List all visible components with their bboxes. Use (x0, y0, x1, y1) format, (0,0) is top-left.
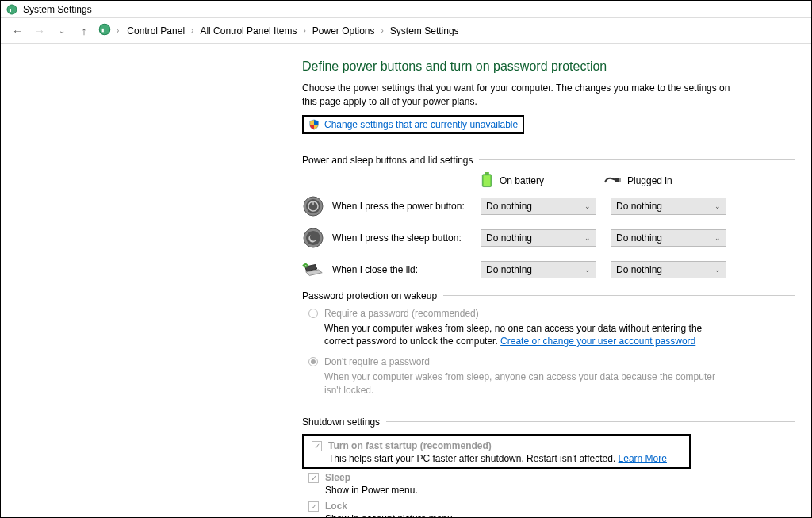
lid-plugged-dropdown[interactable]: Do nothing⌄ (611, 261, 726, 278)
chevron-down-icon: ⌄ (714, 266, 721, 274)
change-settings-link[interactable]: Change settings that are currently unava… (324, 119, 518, 130)
svg-rect-6 (484, 175, 491, 186)
crumb-system-settings[interactable]: System Settings (390, 25, 459, 36)
lock-label: Lock (325, 501, 347, 512)
chevron-down-icon: ⌄ (584, 234, 591, 242)
sleep-checkbox[interactable]: ✓ Sleep (308, 472, 795, 483)
page-description: Choose the power settings that you want … (302, 82, 746, 109)
learn-more-link[interactable]: Learn More (619, 453, 667, 464)
power-options-icon (6, 3, 18, 16)
up-button[interactable]: ↑ (75, 22, 93, 40)
fast-startup-label: Turn on fast startup (recommended) (328, 440, 492, 451)
section-buttons-lid: Power and sleep buttons and lid settings (302, 155, 795, 166)
fast-startup-highlight: ✓ Turn on fast startup (recommended) Thi… (302, 434, 691, 469)
chevron-down-icon: ⌄ (714, 234, 721, 242)
require-password-desc: When your computer wakes from sleep, no … (324, 322, 729, 349)
chevron-right-icon: › (303, 26, 305, 35)
col-plugged-label: Plugged in (627, 175, 672, 186)
section-shutdown: Shutdown settings (302, 416, 795, 428)
col-battery-label: On battery (500, 175, 544, 186)
require-password-label: Require a password (recommended) (324, 308, 479, 319)
sleep-desc: Show in Power menu. (325, 485, 795, 496)
page-title: Define power buttons and turn on passwor… (302, 59, 795, 74)
svg-point-2 (99, 24, 110, 35)
crumb-control-panel[interactable]: Control Panel (127, 25, 185, 36)
checkbox-icon: ✓ (308, 501, 319, 512)
svg-rect-3 (102, 29, 104, 33)
breadcrumb: Control Panel › All Control Panel Items … (127, 25, 458, 36)
svg-rect-1 (10, 9, 11, 12)
row-sleep-button: When I press the sleep button: Do nothin… (302, 227, 795, 249)
radio-icon (308, 357, 318, 366)
lock-checkbox[interactable]: ✓ Lock (308, 501, 795, 512)
column-headers: On battery Plugged in (481, 172, 795, 190)
sleep-plugged-dropdown[interactable]: Do nothing⌄ (611, 229, 726, 247)
sleep-button-label: When I press the sleep button: (332, 232, 481, 244)
window-title: System Settings (23, 4, 92, 15)
radio-icon (308, 309, 318, 318)
radio-dont-require[interactable]: Don't require a password (308, 356, 795, 367)
forward-button[interactable]: → (31, 22, 48, 40)
shield-icon (308, 119, 320, 130)
chevron-down-icon: ⌄ (584, 266, 591, 274)
checkbox-icon: ✓ (312, 441, 322, 451)
checkbox-icon: ✓ (308, 473, 319, 483)
power-button-icon (302, 195, 324, 217)
radio-require-password[interactable]: Require a password (recommended) (308, 308, 795, 319)
power-button-label: When I press the power button: (332, 201, 481, 212)
chevron-right-icon: › (117, 26, 119, 35)
row-power-button: When I press the power button: Do nothin… (302, 195, 795, 217)
plug-icon (603, 175, 621, 188)
change-settings-highlight: Change settings that are currently unava… (302, 115, 524, 134)
lid-battery-dropdown[interactable]: Do nothing⌄ (481, 261, 596, 278)
battery-icon (481, 172, 493, 190)
dont-require-label: Don't require a password (324, 356, 430, 367)
sleep-label: Sleep (325, 472, 350, 483)
create-password-link[interactable]: Create or change your user account passw… (500, 336, 695, 347)
section-password: Password protection on wakeup (302, 290, 795, 301)
col-on-battery: On battery (481, 172, 603, 190)
fast-startup-desc: This helps start your PC faster after sh… (328, 453, 684, 464)
svg-point-0 (7, 5, 17, 14)
power-plugged-dropdown[interactable]: Do nothing⌄ (611, 198, 726, 215)
row-close-lid: When I close the lid: Do nothing⌄ Do not… (302, 259, 795, 281)
fast-startup-checkbox[interactable]: ✓ Turn on fast startup (recommended) (312, 440, 684, 451)
chevron-right-icon: › (381, 26, 384, 35)
svg-rect-4 (485, 172, 489, 175)
dont-require-desc: When your computer wakes from sleep, any… (324, 370, 729, 397)
sleep-button-icon (302, 227, 324, 249)
laptop-lid-icon (302, 259, 324, 281)
power-battery-dropdown[interactable]: Do nothing⌄ (481, 198, 596, 215)
col-plugged-in: Plugged in (603, 172, 726, 190)
main-content: Define power buttons and turn on passwor… (1, 44, 811, 518)
chevron-down-icon: ⌄ (714, 202, 721, 210)
crumb-power-options[interactable]: Power Options (312, 25, 375, 36)
sleep-battery-dropdown[interactable]: Do nothing⌄ (481, 229, 596, 247)
chevron-right-icon: › (191, 26, 193, 35)
close-lid-label: When I close the lid: (332, 264, 481, 275)
crumb-all-items[interactable]: All Control Panel Items (200, 25, 297, 36)
titlebar: System Settings (1, 1, 811, 18)
svg-point-15 (306, 231, 320, 245)
lock-desc: Show in account picture menu. (325, 513, 795, 518)
navbar: ← → ⌄ ↑ › Control Panel › All Control Pa… (1, 18, 811, 44)
svg-rect-7 (615, 178, 619, 182)
recent-dropdown-icon[interactable]: ⌄ (53, 22, 71, 40)
back-button[interactable]: ← (9, 22, 26, 40)
chevron-down-icon: ⌄ (584, 202, 591, 210)
power-options-small-icon (98, 22, 112, 39)
